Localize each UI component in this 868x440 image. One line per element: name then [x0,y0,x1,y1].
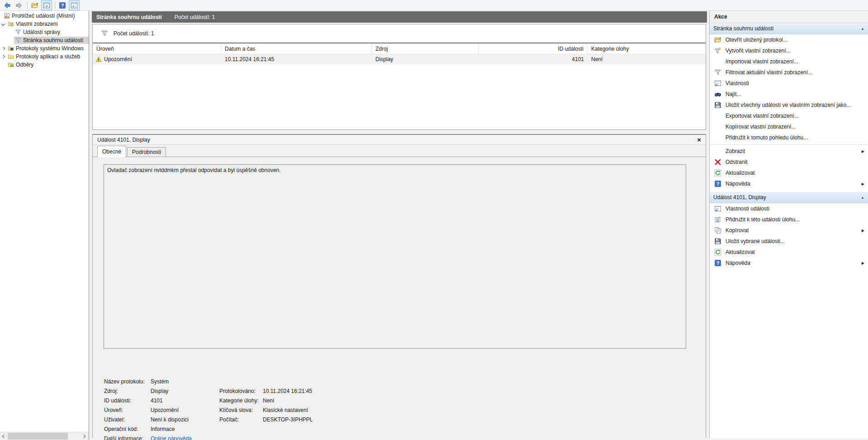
toolbar-separator [55,2,55,9]
binoculars-icon [714,91,721,98]
scroll-right-icon[interactable] [80,432,87,440]
back-arrow-icon[interactable] [2,0,13,10]
forward-arrow-icon[interactable] [14,0,24,10]
chevron-down-icon[interactable] [1,22,5,26]
view-count: Počet událostí: 1 [175,14,215,20]
tab-details[interactable]: Podrobnosti [127,147,166,157]
action-import-custom-view[interactable]: Importovat vlastní zobrazení... [710,56,868,67]
column-header-source[interactable]: Zdroj [372,43,479,54]
online-help-link[interactable]: Online nápověda [151,435,219,440]
tree-item-custom-views[interactable]: Vlastní zobrazení [0,20,89,28]
column-header-level[interactable]: Úroveň [93,43,221,54]
collapse-icon[interactable]: ▲ [861,27,864,31]
tree-item-windows-logs[interactable]: Protokoly systému Windows [0,44,89,53]
refresh-icon [714,169,721,177]
tab-page-general: Ovladač zobrazení nvlddmkm přestal odpov… [93,157,706,438]
action-create-custom-view[interactable]: Vytvořit vlastní zobrazení... [710,45,868,56]
tree-item-label: Prohlížeč událostí (Místní) [12,13,75,19]
action-save-all-events-as[interactable]: Uložit všechny události ve vlastním zobr… [710,100,868,110]
view-header: Stránka souhrnu událostí Počet událostí:… [92,11,707,23]
field-label: Operační kód: [104,426,151,435]
action-open-saved-log[interactable]: Otevřít uložený protokol... [710,34,868,45]
actions-title: Akce [710,11,868,23]
scroll-left-icon[interactable] [0,432,8,440]
summary-strip: Počet událostí: 1 [93,24,706,43]
field-value: Upozornění [151,407,219,416]
folder-icon [8,53,14,60]
tree-item-label: Vlastní zobrazení [16,21,58,27]
tab-general[interactable]: Obecné [97,146,126,157]
tree-item-admin-events[interactable]: Události správy [0,28,89,36]
attach-task-icon [714,216,721,223]
create-filter-icon [714,47,721,54]
detail-title: Událost 4101, Display [97,137,150,143]
action-copy[interactable]: Kopírovat ▶ [710,225,868,236]
action-attach-task-to-view[interactable]: Přidružit k tomuto pohledu úlohu... [710,132,868,143]
table-row[interactable]: Upozornění 10.11.2024 16:21:45 Display 4… [93,54,706,64]
action-delete[interactable]: Odstranit [710,157,868,167]
tree-item-app-logs[interactable]: Protokoly aplikací a služeb [0,53,89,61]
collapse-icon[interactable]: ▲ [861,196,864,200]
horizontal-scrollbar[interactable] [0,432,89,440]
column-header-datetime[interactable]: Datum a čas [221,43,372,54]
action-refresh[interactable]: Aktualizovat [710,167,868,178]
action-help-event[interactable]: Nápověda ▶ [710,258,868,268]
event-fields: Název protokolu: Systém Zdroj: Display P… [104,378,313,440]
open-folder-icon [714,36,721,43]
action-refresh-event[interactable]: Aktualizovat [710,247,868,258]
action-export-custom-view[interactable]: Exportovat vlastní zobrazení... [710,110,868,121]
table-header-row: Úroveň Datum a čas Zdroj ID události Kat… [93,43,706,54]
action-attach-task-to-event[interactable]: Přidružit k této události úlohu... [710,214,868,225]
field-label: Zdroj: [104,388,151,397]
field-label: Úroveň: [104,407,151,416]
scrollbar-thumb[interactable] [8,433,68,440]
actions-panel: Akce Stránka souhrnu událostí ▲ Otevřít … [709,11,868,438]
tree-item-label: Odběry [16,62,33,68]
cell-source: Display [372,54,479,64]
action-group-header-event[interactable]: Událost 4101, Display ▲ [710,192,868,203]
field-value: Není [263,397,313,407]
tree-item-root[interactable]: Prohlížeč událostí (Místní) [0,12,89,20]
event-detail-panel: Událost 4101, Display × Obecné Podrobnos… [92,134,706,438]
action-help[interactable]: Nápověda ▶ [710,178,868,189]
action-filter-current-view[interactable]: Filtrovat aktuální vlastní zobrazení... [710,67,868,78]
submenu-arrow-icon: ▶ [862,182,864,186]
summary-count: Počet událostí: 1 [114,30,154,37]
events-summary-box: Počet událostí: 1 Úroveň Datum a čas Zdr… [92,24,706,130]
copy-icon [714,227,721,234]
field-label: Uživatel: [104,416,151,426]
folder-filter-icon [8,21,14,27]
column-header-task-category[interactable]: Kategorie úlohy [588,43,706,54]
filter-icon [15,37,21,43]
save-icon [714,101,721,109]
submenu-arrow-icon: ▶ [862,261,864,265]
warning-icon [95,56,102,62]
action-save-selected-events[interactable]: Uložit vybrané události... [710,236,868,247]
cell-task-category: Není [588,54,706,64]
action-view[interactable]: Zobrazit ▶ [710,146,868,157]
action-group-header-summary-page[interactable]: Stránka souhrnu událostí ▲ [710,23,868,34]
tree-item-label: Protokoly systému Windows [16,45,84,52]
close-icon[interactable]: × [697,136,701,143]
properties-icon [714,205,721,212]
detail-tabs: Obecné Podrobnosti [93,145,706,157]
properties-icon [714,80,721,87]
filter-icon [15,29,21,35]
field-value: Není k dispozici [151,416,219,426]
chevron-right-icon[interactable] [1,47,5,50]
field-value: 4101 [151,397,219,407]
tree-item-summary-page[interactable]: Stránka souhrnu událostí [0,36,89,44]
action-copy-custom-view[interactable]: Kopírovat vlastní zobrazení... [710,121,868,132]
toggle-console-tree-icon[interactable] [41,0,52,10]
toggle-action-pane-icon[interactable] [69,0,80,10]
tree-item-subscriptions[interactable]: Odběry [0,61,89,69]
action-find[interactable]: Najít... [710,89,868,100]
action-properties[interactable]: Vlastnosti [710,78,868,89]
cell-level: Upozornění [104,56,132,62]
action-event-properties[interactable]: Vlastnosti události [710,203,868,214]
chevron-right-icon[interactable] [1,55,5,58]
help-icon[interactable] [57,0,68,10]
event-message-box[interactable]: Ovladač zobrazení nvlddmkm přestal odpov… [104,164,686,349]
export-log-icon[interactable] [29,0,40,10]
column-header-event-id[interactable]: ID události [479,43,588,54]
